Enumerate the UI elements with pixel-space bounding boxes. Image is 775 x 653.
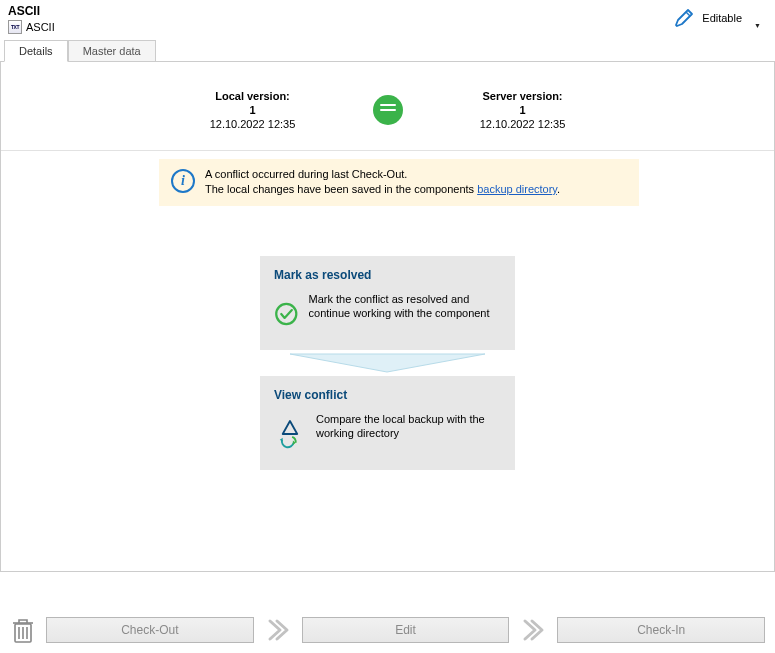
conflict-notice: i A conflict occurred during last Check-… (159, 159, 639, 206)
equals-icon (373, 95, 403, 125)
local-version-date: 12.10.2022 12:35 (173, 118, 333, 130)
delete-icon[interactable] (10, 615, 36, 645)
tab-bar: Details Master data (0, 40, 775, 62)
local-version-column: Local version: 1 12.10.2022 12:35 (173, 90, 333, 130)
pencil-icon (672, 6, 696, 30)
component-name: ASCII (26, 21, 55, 33)
edit-button[interactable]: Edit (302, 617, 510, 643)
notice-line2: The local changes have been saved in the… (205, 182, 560, 197)
tab-master-data[interactable]: Master data (68, 40, 156, 61)
local-version-number: 1 (173, 104, 333, 116)
server-version-label: Server version: (443, 90, 603, 102)
server-version-number: 1 (443, 104, 603, 116)
info-icon: i (171, 169, 195, 193)
server-version-date: 12.10.2022 12:35 (443, 118, 603, 130)
check-out-button[interactable]: Check-Out (46, 617, 254, 643)
local-version-label: Local version: (173, 90, 333, 102)
chevron-right-icon (519, 616, 547, 644)
notice-line2-prefix: The local changes have been saved in the… (205, 183, 477, 195)
mark-resolved-title: Mark as resolved (274, 268, 501, 282)
view-conflict-card[interactable]: View conflict Compare the local backup w… (260, 376, 515, 470)
chevron-right-icon (264, 616, 292, 644)
svg-point-0 (276, 304, 296, 324)
backup-directory-link[interactable]: backup directory (477, 183, 557, 195)
view-conflict-title: View conflict (274, 388, 501, 402)
tab-details[interactable]: Details (4, 40, 68, 62)
view-conflict-text: Compare the local backup with the workin… (316, 412, 501, 441)
compare-icon (274, 412, 306, 456)
mark-resolved-card[interactable]: Mark as resolved Mark the conflict as re… (260, 256, 515, 350)
flow-arrow-icon (260, 350, 515, 376)
checkmark-circle-icon (274, 292, 299, 336)
txt-file-icon: TXT (8, 20, 22, 34)
chevron-down-icon: ▼ (754, 22, 761, 29)
server-version-column: Server version: 1 12.10.2022 12:35 (443, 90, 603, 130)
page-title: ASCII (8, 4, 767, 18)
editable-label: Editable (702, 12, 742, 24)
mark-resolved-text: Mark the conflict as resolved and contin… (309, 292, 501, 321)
svg-marker-1 (290, 354, 485, 372)
editable-dropdown[interactable]: Editable ▼ (672, 6, 761, 30)
notice-line2-suffix: . (557, 183, 560, 195)
versions-row: Local version: 1 12.10.2022 12:35 Server… (1, 62, 774, 151)
notice-line1: A conflict occurred during last Check-Ou… (205, 167, 560, 182)
check-in-button[interactable]: Check-In (557, 617, 765, 643)
details-panel: Local version: 1 12.10.2022 12:35 Server… (0, 62, 775, 572)
